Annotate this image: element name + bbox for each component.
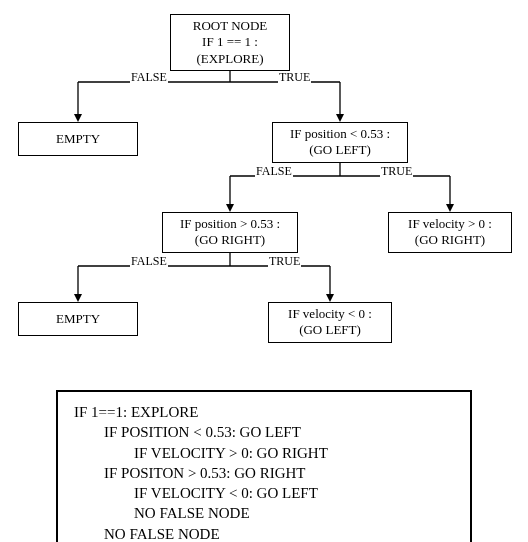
node-text: (GO LEFT) — [275, 322, 385, 338]
edge-label-true: TRUE — [278, 70, 311, 85]
edge-label-false: FALSE — [130, 70, 168, 85]
edge-label-false: FALSE — [130, 254, 168, 269]
node-root: ROOT NODE IF 1 == 1 : (EXPLORE) — [170, 14, 290, 71]
edge-label-true: TRUE — [380, 164, 413, 179]
node-text: (EXPLORE) — [177, 51, 283, 67]
pseudocode-line: IF POSITION < 0.53: GO LEFT — [74, 422, 454, 442]
node-text: IF position < 0.53 : — [279, 126, 401, 142]
arrow-icon — [336, 114, 344, 122]
node-position-lt: IF position < 0.53 : (GO LEFT) — [272, 122, 408, 163]
node-empty: EMPTY — [18, 302, 138, 336]
decision-tree-diagram: FALSE TRUE FALSE TRUE FALSE TRUE ROOT NO… — [10, 10, 518, 370]
node-text: IF position > 0.53 : — [169, 216, 291, 232]
node-velocity-lt: IF velocity < 0 : (GO LEFT) — [268, 302, 392, 343]
pseudocode-line: NO FALSE NODE — [74, 503, 454, 523]
node-text: EMPTY — [25, 131, 131, 147]
arrow-icon — [74, 294, 82, 302]
arrow-icon — [446, 204, 454, 212]
node-text: IF 1 == 1 : — [177, 34, 283, 50]
node-text: (GO RIGHT) — [395, 232, 505, 248]
pseudocode-line: IF POSITON > 0.53: GO RIGHT — [74, 463, 454, 483]
node-text: (GO LEFT) — [279, 142, 401, 158]
node-empty: EMPTY — [18, 122, 138, 156]
node-position-gt: IF position > 0.53 : (GO RIGHT) — [162, 212, 298, 253]
node-text: (GO RIGHT) — [169, 232, 291, 248]
node-velocity-gt: IF velocity > 0 : (GO RIGHT) — [388, 212, 512, 253]
edge-label-false: FALSE — [255, 164, 293, 179]
pseudocode-line: IF VELOCITY > 0: GO RIGHT — [74, 443, 454, 463]
pseudocode-line: IF VELOCITY < 0: GO LEFT — [74, 483, 454, 503]
arrow-icon — [226, 204, 234, 212]
pseudocode-line: IF 1==1: EXPLORE — [74, 402, 454, 422]
edge-label-true: TRUE — [268, 254, 301, 269]
node-text: IF velocity < 0 : — [275, 306, 385, 322]
pseudocode-line: NO FALSE NODE — [74, 524, 454, 543]
node-text: EMPTY — [25, 311, 131, 327]
node-text: ROOT NODE — [177, 18, 283, 34]
arrow-icon — [74, 114, 82, 122]
arrow-icon — [326, 294, 334, 302]
node-text: IF velocity > 0 : — [395, 216, 505, 232]
pseudocode-block: IF 1==1: EXPLORE IF POSITION < 0.53: GO … — [56, 390, 472, 542]
